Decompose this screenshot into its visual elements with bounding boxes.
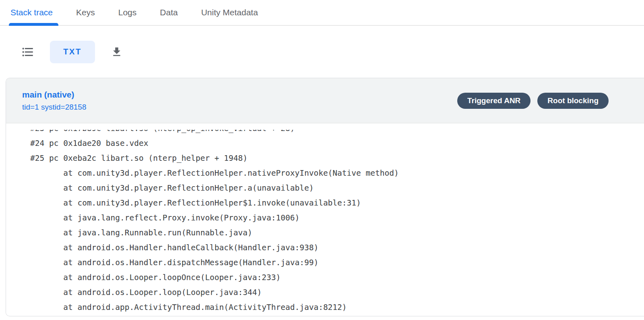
- tab-bar: Stack trace Keys Logs Data Unity Metadat…: [0, 0, 644, 26]
- tab-data[interactable]: Data: [160, 0, 178, 25]
- stack-trace-scroll-area[interactable]: #23 pc 0x17b89c libart.so (nterp_op_invo…: [6, 130, 644, 316]
- thread-card: main (native) tid=1 systid=28158 Trigger…: [6, 78, 644, 316]
- thread-info: main (native) tid=1 systid=28158: [22, 90, 87, 112]
- tab-keys-label: Keys: [76, 8, 95, 17]
- download-icon: [111, 46, 123, 58]
- tab-keys[interactable]: Keys: [76, 0, 95, 25]
- tab-stack-trace-label: Stack trace: [10, 8, 53, 17]
- tab-unity-metadata-label: Unity Metadata: [201, 8, 258, 17]
- download-button[interactable]: [111, 46, 123, 58]
- tab-stack-trace[interactable]: Stack trace: [10, 0, 53, 25]
- list-view-button[interactable]: [21, 45, 35, 59]
- active-tab-indicator: [9, 23, 58, 26]
- tab-logs-label: Logs: [118, 8, 137, 17]
- list-view-icon: [21, 45, 35, 59]
- stack-trace-text: #23 pc 0x17b89c libart.so (nterp_op_invo…: [6, 130, 644, 316]
- badge-root-blocking: Root blocking: [537, 93, 609, 109]
- thread-title: main (native): [22, 90, 87, 100]
- tab-data-label: Data: [160, 8, 178, 17]
- stack-trace-panel: #23 pc 0x17b89c libart.so (nterp_op_invo…: [6, 123, 644, 316]
- thread-badges: Triggered ANR Root blocking: [457, 93, 609, 109]
- thread-meta: tid=1 systid=28158: [22, 103, 87, 112]
- stack-trace-toolbar: TXT: [0, 26, 644, 78]
- badge-triggered-anr: Triggered ANR: [457, 93, 530, 109]
- txt-view-button[interactable]: TXT: [50, 41, 95, 63]
- thread-card-header: main (native) tid=1 systid=28158 Trigger…: [6, 78, 644, 123]
- tab-unity-metadata[interactable]: Unity Metadata: [201, 0, 258, 25]
- tab-logs[interactable]: Logs: [118, 0, 137, 25]
